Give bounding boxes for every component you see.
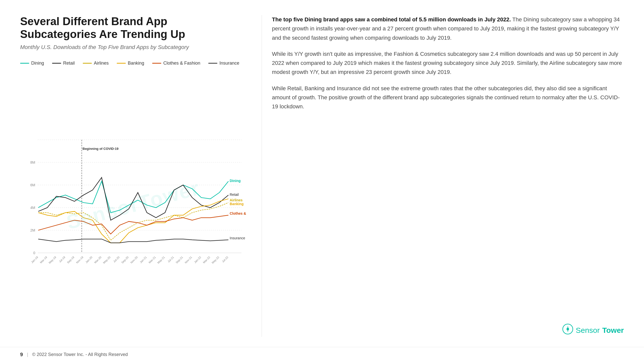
clothes-fashion-line: [38, 215, 228, 234]
svg-text:Jul-22: Jul-22: [221, 256, 229, 263]
svg-text:Jul-21: Jul-21: [167, 256, 175, 263]
legend-line-clothes-fashion: [152, 63, 161, 64]
right-panel: The top five Dining brand apps saw a com…: [262, 15, 624, 337]
svg-text:Mar-19: Mar-19: [39, 256, 48, 264]
svg-text:Jul-19: Jul-19: [58, 256, 66, 263]
footer-divider: |: [27, 352, 28, 357]
paragraph-3: While Retail, Banking and Insurance did …: [272, 84, 624, 111]
insurance-line: [38, 239, 228, 243]
svg-text:Sep-19: Sep-19: [66, 256, 75, 264]
legend-item-airlines: Airlines: [83, 61, 109, 66]
legend-line-insurance: [208, 63, 217, 64]
airlines-end-label: Airlines: [230, 198, 243, 202]
legend-line-retail: [52, 63, 61, 64]
legend-line-dining: [20, 63, 29, 64]
svg-text:Nov-20: Nov-20: [130, 256, 138, 264]
svg-text:Sep-21: Sep-21: [175, 256, 184, 264]
svg-text:May-21: May-21: [157, 256, 165, 264]
footer: 9 | © 2022 Sensor Tower Inc. - All Right…: [0, 347, 644, 362]
svg-text:Jan-19: Jan-19: [30, 256, 38, 264]
legend-item-retail: Retail: [52, 61, 75, 66]
copyright-text: © 2022 Sensor Tower Inc. - All Rights Re…: [32, 352, 128, 357]
line-chart: 0 2M 4M 6M 8M Beginning of COVID-19 Jan-…: [20, 73, 247, 337]
svg-text:0: 0: [33, 251, 35, 255]
clothes-fashion-end-label: Clothes & Fashion: [230, 211, 247, 215]
paragraph-1-bold: The top five Dining brand apps saw a com…: [272, 16, 511, 23]
airlines-line: [38, 203, 228, 240]
legend-label-banking: Banking: [128, 61, 144, 66]
page-number: 9: [20, 352, 23, 357]
legend-item-dining: Dining: [20, 61, 44, 66]
legend-label-airlines: Airlines: [94, 61, 109, 66]
retail-end-label: Retail: [230, 193, 239, 197]
footer-left: 9 | © 2022 Sensor Tower Inc. - All Right…: [20, 352, 128, 357]
legend-label-clothes-fashion: Clothes & Fashion: [163, 61, 200, 66]
svg-text:8M: 8M: [30, 160, 35, 164]
svg-text:Mar-22: Mar-22: [202, 256, 211, 264]
insurance-end-label: Insurance: [230, 236, 245, 240]
legend-label-dining: Dining: [31, 61, 44, 66]
chart-legend: Dining Retail Airlines Banking Clothes &…: [20, 61, 247, 66]
legend-item-insurance: Insurance: [208, 61, 239, 66]
svg-text:May-19: May-19: [48, 256, 57, 264]
retail-line: [38, 177, 228, 220]
dining-line: [38, 181, 228, 213]
svg-text:Nov-21: Nov-21: [184, 256, 193, 264]
logo-icon: [562, 324, 573, 337]
svg-text:6M: 6M: [30, 183, 35, 187]
sensor-tower-logo: Sensor Tower: [272, 324, 624, 337]
svg-text:Jan-22: Jan-22: [193, 256, 202, 264]
banking-line: [38, 199, 228, 243]
logo-text-sensor: Sensor: [576, 326, 600, 335]
legend-line-banking: [117, 63, 126, 64]
svg-text:Nov-19: Nov-19: [75, 256, 84, 264]
svg-text:Jan-21: Jan-21: [139, 256, 147, 264]
svg-text:2M: 2M: [30, 228, 35, 232]
svg-text:4M: 4M: [30, 206, 35, 210]
legend-label-retail: Retail: [63, 61, 75, 66]
chart-container: SensorTower 0 2M 4M 6M 8M Beginning of C…: [20, 73, 247, 337]
svg-text:Beginning of COVID-19: Beginning of COVID-19: [83, 147, 118, 151]
right-panel-text: The top five Dining brand apps saw a com…: [272, 15, 624, 118]
svg-text:Mar-21: Mar-21: [148, 256, 156, 264]
svg-text:May-22: May-22: [211, 256, 220, 264]
legend-line-airlines: [83, 63, 92, 64]
banking-end-label: Banking: [230, 202, 244, 206]
svg-text:May-20: May-20: [102, 256, 111, 264]
legend-item-clothes-fashion: Clothes & Fashion: [152, 61, 200, 66]
legend-label-insurance: Insurance: [219, 61, 239, 66]
page-subtitle: Monthly U.S. Downloads of the Top Five B…: [20, 44, 247, 51]
svg-text:Sep-20: Sep-20: [121, 256, 129, 264]
legend-item-banking: Banking: [117, 61, 144, 66]
logo-text-tower: Tower: [602, 326, 624, 335]
svg-text:Jan-20: Jan-20: [85, 256, 93, 264]
page-title: Several Different Brand App Subcategorie…: [20, 15, 247, 40]
svg-text:Jul-20: Jul-20: [113, 256, 120, 263]
paragraph-1: The top five Dining brand apps saw a com…: [272, 15, 624, 42]
paragraph-2: While its Y/Y growth isn't quite as impr…: [272, 50, 624, 77]
svg-text:Mar-20: Mar-20: [94, 256, 102, 264]
dining-end-label: Dining: [230, 179, 241, 183]
